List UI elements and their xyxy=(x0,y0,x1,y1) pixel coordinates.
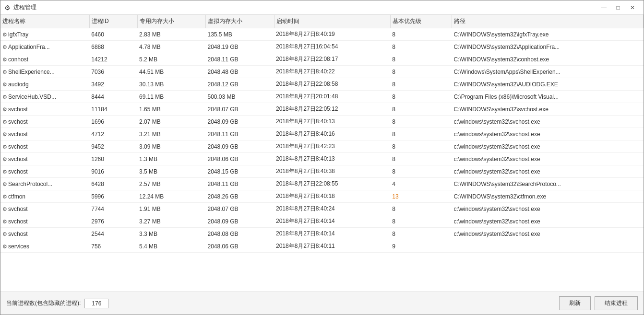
cell-time: 2018年8月27日22:08:17 xyxy=(274,53,390,66)
gear-icon: ⚙ xyxy=(2,206,7,212)
title-bar-left: ⚙ 进程管理 xyxy=(4,3,36,12)
refresh-button[interactable]: 刷新 xyxy=(559,296,591,310)
process-table: 进程名称 进程ID 专用内存大小 虚拟内存大小 启动时间 基本优先级 路径 ⚙i… xyxy=(0,15,644,253)
cell-priority: 8 xyxy=(390,215,452,228)
cell-time: 2018年8月27日8:40:22 xyxy=(274,66,390,78)
cell-time: 2018年8月27日16:04:54 xyxy=(274,41,390,53)
cell-vmem: 2048.12 GB xyxy=(206,78,274,91)
gear-icon: ⚙ xyxy=(2,144,7,150)
cell-time: 2018年8月27日22:05:12 xyxy=(274,103,390,116)
cell-mem: 44.51 MB xyxy=(137,66,206,78)
table-row[interactable]: ⚙ctfmon599612.24 MB2048.26 GB2018年8月27日8… xyxy=(0,190,644,203)
table-row[interactable]: ⚙ApplicationFra...68884.78 MB2048.19 GB2… xyxy=(0,41,644,53)
gear-icon: ⚙ xyxy=(2,181,7,187)
table-row[interactable]: ⚙svchost77441.91 MB2048.07 GB2018年8月27日8… xyxy=(0,203,644,215)
cell-name: ⚙svchost xyxy=(0,116,89,128)
cell-pid: 4712 xyxy=(89,128,137,140)
cell-path: c:\windows\system32\svchost.exe xyxy=(452,116,643,128)
table-row[interactable]: ⚙ServiceHub.VSD...844469.11 MB500.03 MB2… xyxy=(0,91,644,103)
cell-mem: 1.3 MB xyxy=(137,153,206,165)
cell-priority: 8 xyxy=(390,140,452,153)
table-row[interactable]: ⚙svchost94523.09 MB2048.09 GB2018年8月27日8… xyxy=(0,140,644,153)
cell-pid: 2976 xyxy=(89,215,137,228)
cell-pid: 6460 xyxy=(89,28,137,41)
cell-path: C:\WINDOWS\system32\SearchProtoco... xyxy=(452,178,643,190)
table-row[interactable]: ⚙svchost90163.5 MB2048.15 GB2018年8月27日8:… xyxy=(0,165,644,178)
process-table-body: ⚙igfxTray64602.83 MB135.5 MB2018年8月27日8:… xyxy=(0,28,644,253)
gear-icon: ⚙ xyxy=(2,57,7,63)
cell-path: c:\windows\system32\svchost.exe xyxy=(452,228,643,240)
cell-name: ⚙svchost xyxy=(0,228,89,240)
header-name[interactable]: 进程名称 xyxy=(0,15,89,28)
gear-icon: ⚙ xyxy=(2,219,7,225)
header-mem[interactable]: 专用内存大小 xyxy=(137,15,206,28)
cell-path: C:\WINDOWS\system32\igfxTray.exe xyxy=(452,28,643,41)
cell-mem: 3.09 MB xyxy=(137,140,206,153)
gear-icon: ⚙ xyxy=(2,94,7,100)
table-row[interactable]: ⚙igfxTray64602.83 MB135.5 MB2018年8月27日8:… xyxy=(0,28,644,41)
cell-time: 2018年8月27日8:40:19 xyxy=(274,28,390,41)
table-row[interactable]: ⚙ShellExperience...703644.51 MB2048.48 G… xyxy=(0,66,644,78)
cell-priority: 8 xyxy=(390,41,452,53)
cell-time: 2018年8月27日8:40:14 xyxy=(274,228,390,240)
kill-process-button[interactable]: 结束进程 xyxy=(595,296,638,310)
cell-pid: 3492 xyxy=(89,78,137,91)
cell-vmem: 2048.09 GB xyxy=(206,116,274,128)
footer-right: 刷新 结束进程 xyxy=(559,296,638,310)
cell-path: c:\windows\system32\svchost.exe xyxy=(452,140,643,153)
cell-name: ⚙svchost xyxy=(0,203,89,215)
gear-icon: ⚙ xyxy=(2,69,7,75)
footer-left: 当前进程数(包含隐藏的进程): 176 xyxy=(6,299,108,308)
cell-vmem: 2048.09 GB xyxy=(206,215,274,228)
table-row[interactable]: ⚙svchost16962.07 MB2048.09 GB2018年8月27日8… xyxy=(0,116,644,128)
cell-mem: 2.83 MB xyxy=(137,28,206,41)
minimize-button[interactable]: — xyxy=(596,2,611,13)
table-row[interactable]: ⚙svchost25443.3 MB2048.08 GB2018年8月27日8:… xyxy=(0,228,644,240)
gear-icon: ⚙ xyxy=(2,82,7,88)
table-row[interactable]: ⚙SearchProtocol...64282.57 MB2048.11 GB2… xyxy=(0,178,644,190)
cell-vmem: 2048.15 GB xyxy=(206,165,274,178)
cell-vmem: 135.5 MB xyxy=(206,28,274,41)
cell-mem: 1.65 MB xyxy=(137,103,206,116)
cell-priority: 4 xyxy=(390,178,452,190)
cell-time: 2018年8月27日8:40:13 xyxy=(274,116,390,128)
cell-vmem: 2048.48 GB xyxy=(206,66,274,78)
header-time[interactable]: 启动时间 xyxy=(274,15,390,28)
header-pid[interactable]: 进程ID xyxy=(89,15,137,28)
table-row[interactable]: ⚙svchost12601.3 MB2048.06 GB2018年8月27日8:… xyxy=(0,153,644,165)
cell-mem: 5.4 MB xyxy=(137,240,206,253)
header-prio[interactable]: 基本优先级 xyxy=(390,15,452,28)
cell-mem: 5.2 MB xyxy=(137,53,206,66)
close-button[interactable]: ✕ xyxy=(625,2,640,13)
cell-vmem: 2048.19 GB xyxy=(206,41,274,53)
cell-path: C:\WINDOWS\system32\svchost.exe xyxy=(452,103,643,116)
cell-priority: 8 xyxy=(390,228,452,240)
cell-priority: 8 xyxy=(390,78,452,91)
cell-mem: 69.11 MB xyxy=(137,91,206,103)
process-table-container: 进程名称 进程ID 专用内存大小 虚拟内存大小 启动时间 基本优先级 路径 ⚙i… xyxy=(0,15,644,292)
process-count-value: 176 xyxy=(84,299,108,308)
table-row[interactable]: ⚙svchost47123.21 MB2048.11 GB2018年8月27日8… xyxy=(0,128,644,140)
cell-pid: 2544 xyxy=(89,228,137,240)
cell-mem: 1.91 MB xyxy=(137,203,206,215)
cell-name: ⚙services xyxy=(0,240,89,253)
table-row[interactable]: ⚙audiodg349230.13 MB2048.12 GB2018年8月27日… xyxy=(0,78,644,91)
header-path[interactable]: 路径 xyxy=(452,15,643,28)
table-row[interactable]: ⚙svchost29763.27 MB2048.09 GB2018年8月27日8… xyxy=(0,215,644,228)
table-row[interactable]: ⚙svchost111841.65 MB2048.07 GB2018年8月27日… xyxy=(0,103,644,116)
maximize-button[interactable]: □ xyxy=(611,2,625,13)
cell-mem: 3.3 MB xyxy=(137,228,206,240)
table-row[interactable]: ⚙services7565.4 MB2048.06 GB2018年8月27日8:… xyxy=(0,240,644,253)
header-vmem[interactable]: 虚拟内存大小 xyxy=(206,15,274,28)
cell-name: ⚙svchost xyxy=(0,215,89,228)
gear-icon: ⚙ xyxy=(2,169,7,175)
table-row[interactable]: ⚙conhost142125.2 MB2048.11 GB2018年8月27日2… xyxy=(0,53,644,66)
cell-time: 2018年8月27日22:08:55 xyxy=(274,178,390,190)
cell-pid: 5996 xyxy=(89,190,137,203)
cell-priority: 8 xyxy=(390,66,452,78)
cell-name: ⚙ShellExperience... xyxy=(0,66,89,78)
cell-time: 2018年8月27日22:08:58 xyxy=(274,78,390,91)
cell-mem: 30.13 MB xyxy=(137,78,206,91)
cell-mem: 3.21 MB xyxy=(137,128,206,140)
gear-icon: ⚙ xyxy=(2,194,7,200)
